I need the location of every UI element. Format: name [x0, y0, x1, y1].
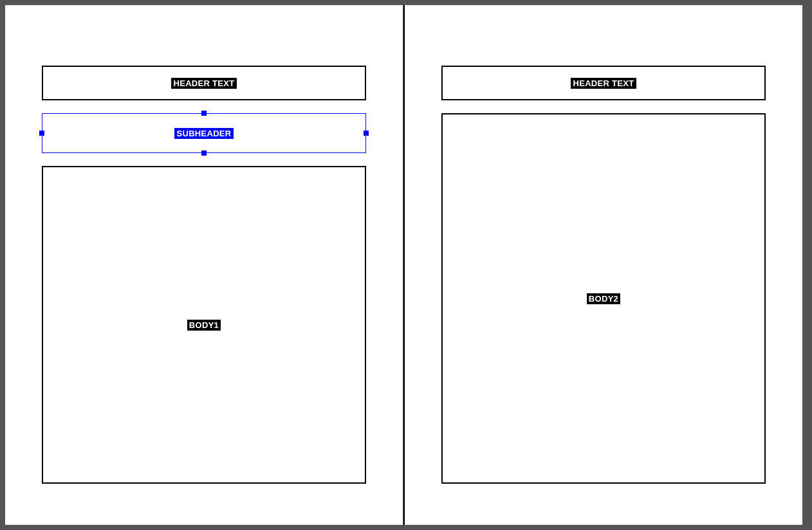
resize-handle-bottom[interactable]	[201, 151, 207, 156]
page-1[interactable]: HEADER TEXT SUBHEADER BODY1	[5, 5, 403, 525]
header-frame-label: HEADER TEXT	[571, 78, 636, 89]
body-frame-page1[interactable]: BODY1	[42, 166, 366, 484]
subheader-frame-label: SUBHEADER	[174, 128, 233, 139]
body-frame-label: BODY2	[587, 293, 620, 304]
header-frame-page1[interactable]: HEADER TEXT	[42, 66, 366, 100]
resize-handle-right[interactable]	[364, 131, 369, 136]
header-frame-page2[interactable]: HEADER TEXT	[441, 66, 766, 100]
resize-handle-top[interactable]	[201, 111, 207, 116]
body-frame-page2[interactable]: BODY2	[441, 113, 766, 484]
page-2[interactable]: HEADER TEXT BODY2	[405, 5, 802, 525]
resize-handle-left[interactable]	[39, 131, 44, 136]
header-frame-label: HEADER TEXT	[171, 78, 236, 89]
subheader-frame-page1[interactable]: SUBHEADER	[42, 113, 366, 153]
body-frame-label: BODY1	[187, 320, 221, 331]
